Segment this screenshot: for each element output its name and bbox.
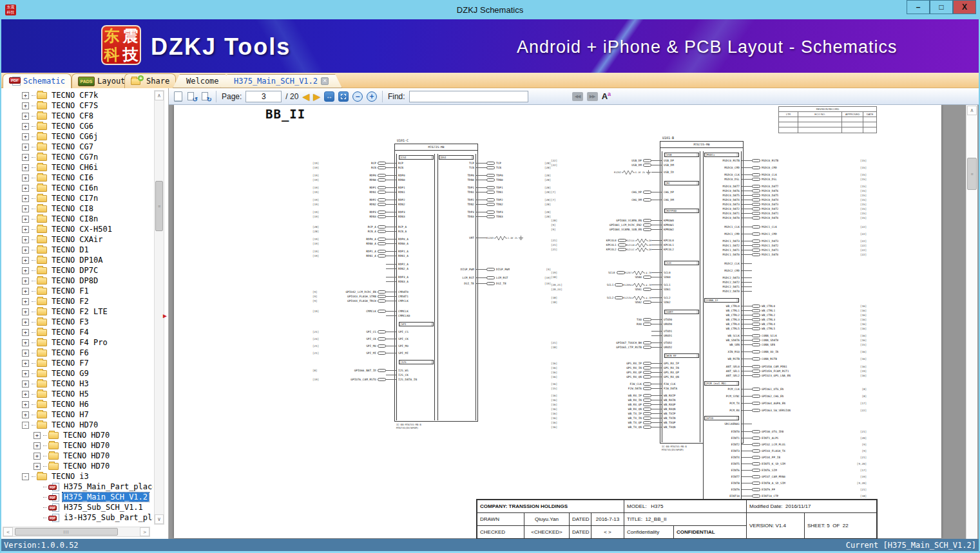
expand-icon[interactable]: + <box>34 453 41 460</box>
tree-item-pdf[interactable]: PDFH375_Main_SCH_V1.2 <box>1 492 153 502</box>
scroll-down-icon[interactable]: ∨ <box>155 514 164 524</box>
expand-icon[interactable]: + <box>22 226 29 233</box>
page-input[interactable] <box>245 91 282 102</box>
collapse-icon[interactable]: - <box>22 473 29 480</box>
tree-item-folder[interactable]: +TECNO HD70 <box>1 430 153 440</box>
expand-icon[interactable]: + <box>22 205 29 212</box>
expand-icon[interactable]: + <box>22 288 29 295</box>
tree-item-pdf[interactable]: PDFH375_Main_Part_placement_ <box>1 482 153 492</box>
tree-item-folder[interactable]: +TECNO CI6n <box>1 183 153 193</box>
expand-icon[interactable]: + <box>22 391 29 398</box>
rotate-left-icon[interactable]: ↺ <box>186 91 197 102</box>
scroll-up-icon[interactable]: ∧ <box>155 91 164 100</box>
expand-icon[interactable]: + <box>22 350 29 357</box>
tree-item-folder[interactable]: +TECNO F6 <box>1 348 153 358</box>
expand-icon[interactable]: + <box>22 411 29 418</box>
tree-item-folder[interactable]: +TECNO F4 <box>1 327 153 337</box>
tree-item-folder[interactable]: +TECNO H6 <box>1 399 153 409</box>
tree-item-folder[interactable]: +TECNO CF8 <box>1 111 153 121</box>
expand-icon[interactable]: + <box>22 339 29 346</box>
collapse-icon[interactable]: - <box>22 422 29 429</box>
search-prev-icon[interactable]: ◀◀ <box>572 92 583 101</box>
zoom-out-icon[interactable]: − <box>352 91 363 102</box>
fit-width-icon[interactable]: ↔ <box>324 91 334 102</box>
scrollbar-thumb[interactable]: ≡ <box>967 158 977 190</box>
prev-page-icon[interactable]: ◀ <box>302 92 309 101</box>
tree-item-folder[interactable]: +TECNO HD70 <box>1 461 153 471</box>
expand-icon[interactable]: + <box>22 185 29 192</box>
tab-share[interactable]: + Share <box>124 73 176 88</box>
tree-item-folder[interactable]: +TECNO CG7n <box>1 152 153 162</box>
tree-item-folder[interactable]: +TECNO CG6 <box>1 121 153 131</box>
expand-icon[interactable]: + <box>22 154 29 161</box>
viewer-vertical-scrollbar[interactable]: ∧ ≡ <box>966 105 977 539</box>
tree-item-folder[interactable]: +TECNO CX-H501 <box>1 224 153 234</box>
tree-item-folder[interactable]: +TECNO CXAir <box>1 234 153 245</box>
tree-item-folder[interactable]: +TECNO DP8D <box>1 276 153 286</box>
next-page-icon[interactable]: ▶ <box>313 92 320 101</box>
expand-icon[interactable]: + <box>22 133 29 140</box>
fit-page-icon[interactable] <box>338 91 349 102</box>
tree-item-folder[interactable]: +TECNO H5 <box>1 389 153 399</box>
search-next-icon[interactable]: ▶▶ <box>587 92 598 101</box>
tree-item-folder[interactable]: +TECNO F3 <box>1 317 153 327</box>
tree-item-folder[interactable]: +TECNO F2 LTE <box>1 306 153 317</box>
expand-icon[interactable]: + <box>22 360 29 367</box>
sidebar-horizontal-scrollbar[interactable]: < > III <box>3 527 150 537</box>
expand-icon[interactable]: + <box>22 247 29 254</box>
find-input[interactable] <box>409 91 528 102</box>
expand-icon[interactable]: + <box>22 329 29 336</box>
scroll-left-icon[interactable]: < <box>3 527 13 536</box>
tab-close-icon[interactable]: ✕ <box>321 77 329 85</box>
tree-item-folder[interactable]: +TECNO D1 <box>1 245 153 255</box>
schematic-viewer[interactable]: BB_II REVISION RECORD LTRECO NO.APPROVED… <box>169 105 979 539</box>
tab-document-h375[interactable]: H375_Main_SCH_V1.2 ✕ <box>220 74 342 88</box>
minimize-button[interactable]: – <box>907 0 930 14</box>
tree-item-folder[interactable]: +TECNO F1 <box>1 286 153 296</box>
expand-icon[interactable]: + <box>22 319 29 326</box>
tree-item-folder[interactable]: +TECNO F2 <box>1 296 153 306</box>
panel-collapse-arrow[interactable]: ► <box>162 312 168 319</box>
expand-icon[interactable]: + <box>22 277 29 285</box>
scrollbar-thumb[interactable]: III <box>15 528 118 536</box>
tree-item-pdf[interactable]: PDFH375_Sub_SCH_V1.1 <box>1 502 153 512</box>
tab-layout[interactable]: PADS Layout <box>72 73 131 88</box>
expand-icon[interactable]: + <box>22 380 29 388</box>
tree-item-folder[interactable]: +TECNO CI8 <box>1 203 153 214</box>
expand-icon[interactable]: + <box>22 113 29 120</box>
expand-icon[interactable]: + <box>22 257 29 264</box>
tree-item-folder[interactable]: +TECNO DP7C <box>1 265 153 276</box>
tree-item-folder[interactable]: +TECNO G9 <box>1 368 153 379</box>
tree-item-folder[interactable]: +TECNO HD70 <box>1 451 153 461</box>
expand-icon[interactable]: + <box>22 144 29 151</box>
rotate-right-icon[interactable]: ↻ <box>200 91 211 102</box>
font-size-icon[interactable]: Aa <box>602 91 611 101</box>
tree-item-folder[interactable]: +TECNO HD70 <box>1 440 153 451</box>
tree-item-folder[interactable]: +TECNO CG7 <box>1 142 153 152</box>
expand-icon[interactable]: + <box>34 442 41 449</box>
expand-icon[interactable]: + <box>22 102 29 109</box>
close-button[interactable]: X <box>953 0 976 14</box>
tree-item-folder[interactable]: +TECNO H3 <box>1 379 153 389</box>
expand-icon[interactable]: + <box>22 216 29 223</box>
expand-icon[interactable]: + <box>22 123 29 130</box>
scrollbar-thumb[interactable]: ≡ <box>155 181 163 231</box>
sidebar-vertical-scrollbar[interactable]: ∧ ∨ ≡ <box>154 90 164 525</box>
expand-icon[interactable]: + <box>34 463 41 470</box>
scroll-up-icon[interactable]: ∧ <box>967 106 977 115</box>
tree-item-pdf[interactable]: PDFi3-H375_Sub_Part_placemen <box>1 512 153 523</box>
tree-item-folder[interactable]: +TECNO CI8n <box>1 214 153 224</box>
tree-item-folder[interactable]: +TECNO CF7k <box>1 90 153 100</box>
expand-icon[interactable]: + <box>34 432 41 439</box>
expand-icon[interactable]: + <box>22 308 29 315</box>
document-icon[interactable] <box>174 91 182 102</box>
tree-item-folder[interactable]: +TECNO CI6 <box>1 173 153 183</box>
tree-item-folder[interactable]: +TECNO CG6j <box>1 131 153 142</box>
tree-item-folder[interactable]: +TECNO CF7S <box>1 100 153 111</box>
maximize-button[interactable]: □ <box>930 0 953 14</box>
tree-item-folder[interactable]: +TECNO DP10A <box>1 255 153 265</box>
expand-icon[interactable]: + <box>22 92 29 99</box>
expand-icon[interactable]: + <box>22 298 29 305</box>
expand-icon[interactable]: + <box>22 401 29 408</box>
expand-icon[interactable]: + <box>22 267 29 274</box>
